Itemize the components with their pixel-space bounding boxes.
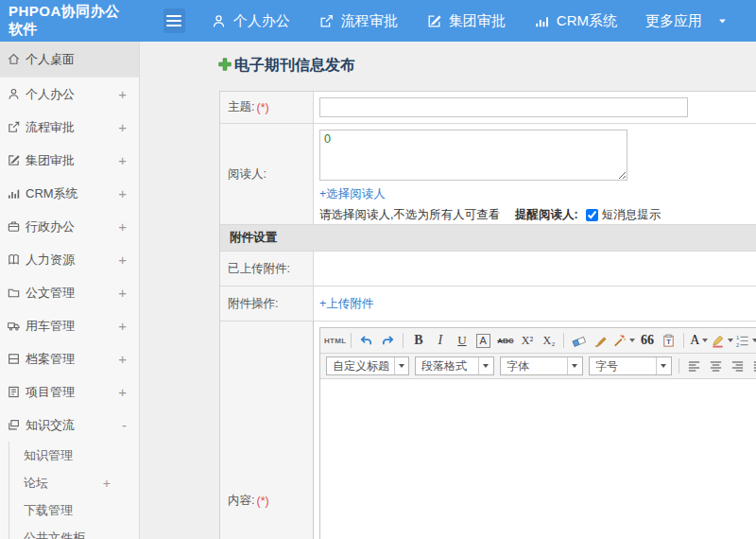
expand-plus-icon[interactable]: +	[118, 119, 127, 135]
home-icon	[7, 52, 22, 67]
paste-plain-button[interactable]: T	[659, 331, 679, 351]
font-color-button[interactable]: A	[689, 331, 709, 351]
sms-remind-checkbox[interactable]	[586, 209, 598, 221]
top-nav-item[interactable]: CRM系统	[534, 12, 617, 30]
button-glyph: I	[438, 333, 443, 348]
content-row: 内容: (*) HTMLBIUAABCX²X₂66TA12 自定义标题段落格式字…	[220, 322, 756, 539]
expand-plus-icon[interactable]: +	[118, 152, 127, 168]
caret-down-icon	[752, 339, 756, 342]
sidebar-item[interactable]: 个人桌面	[0, 42, 139, 78]
upload-attachment-link[interactable]: +上传附件	[319, 296, 373, 312]
align-right-button[interactable]	[728, 356, 747, 376]
format-brush-button[interactable]	[591, 331, 610, 351]
folder-icon	[7, 286, 22, 301]
sidebar-item[interactable]: 知识交流-	[0, 409, 139, 442]
top-nav-label: CRM系统	[557, 12, 617, 30]
briefcase-icon	[7, 219, 22, 235]
ordered-list-button[interactable]: 12	[735, 331, 756, 351]
top-nav-item[interactable]: 更多应用	[645, 12, 728, 30]
sidebar-item[interactable]: 人力资源+	[0, 243, 139, 276]
justify-icon	[752, 359, 756, 374]
bar-chart-icon	[534, 13, 550, 29]
blockquote-button[interactable]: 66	[637, 331, 657, 351]
sidebar-item[interactable]: 个人办公+	[0, 78, 139, 111]
layers-icon	[7, 418, 22, 433]
sidebar-item[interactable]: 用车管理+	[0, 309, 139, 342]
sidebar-item[interactable]: 流程审批+	[0, 111, 139, 144]
rich-text-editor: HTMLBIUAABCX²X₂66TA12 自定义标题段落格式字体字号	[319, 327, 756, 539]
editor-content-area[interactable]	[320, 379, 756, 539]
sidebar-item[interactable]: 档案管理+	[0, 342, 139, 375]
sidebar-item[interactable]: 项目管理+	[0, 375, 139, 409]
align-center-button[interactable]	[706, 356, 726, 376]
strikethrough-button[interactable]: ABC	[495, 331, 515, 351]
italic-button[interactable]: I	[430, 331, 450, 351]
user-icon	[211, 13, 227, 29]
expand-plus-icon[interactable]: +	[118, 318, 127, 334]
underline-button[interactable]: U	[452, 331, 472, 351]
caret-down-icon	[478, 357, 490, 374]
subscript-button[interactable]: X₂	[539, 331, 558, 351]
toolbar-separator	[351, 333, 352, 348]
attach-op-label: 附件操作:	[228, 296, 278, 312]
superscript-button[interactable]: X²	[517, 331, 537, 351]
highlight-color-button[interactable]	[711, 331, 733, 351]
sidebar-item-label: 知识管理	[24, 447, 73, 464]
paragraph-select[interactable]: 段落格式	[415, 356, 494, 375]
fontname-select[interactable]: 字体	[500, 356, 583, 375]
sidebar-subitem[interactable]: 公共文件柜	[9, 524, 139, 539]
top-nav-item[interactable]: 集团审批	[426, 12, 506, 30]
fontsize-select[interactable]: 字号	[589, 356, 672, 375]
sidebar-subitem[interactable]: 下载管理	[9, 496, 139, 524]
sidebar-item-label: 项目管理	[26, 384, 75, 401]
content-label: 内容:	[228, 493, 254, 509]
reader-textarea[interactable]: 0	[319, 130, 627, 181]
expand-plus-icon[interactable]: +	[118, 86, 127, 102]
font-box-button[interactable]: A	[473, 331, 493, 351]
expand-plus-icon[interactable]: +	[118, 351, 127, 367]
sidebar-subitem[interactable]: 论坛+	[9, 469, 139, 496]
caret-down-icon	[717, 16, 728, 26]
sidebar-subitem[interactable]: 知识管理	[9, 442, 139, 469]
sidebar-item-label: 档案管理	[26, 351, 75, 368]
select-reader-link[interactable]: +选择阅读人	[319, 186, 386, 202]
sidebar-item-label: 行政办公	[26, 218, 75, 235]
source-button[interactable]: HTML	[324, 331, 346, 351]
button-glyph: 66	[641, 333, 654, 348]
collapse-minus-icon[interactable]: -	[122, 417, 127, 433]
main-content: 电子期刊信息发布 主题: (*) 阅读人: 0 +选择阅读人 请选择阅读人,不	[141, 42, 756, 539]
bold-button[interactable]: B	[408, 331, 428, 351]
top-nav-item[interactable]: 个人办公	[211, 12, 290, 30]
expand-plus-icon[interactable]: +	[103, 476, 111, 491]
sidebar-item[interactable]: 集团审批+	[0, 144, 139, 177]
button-glyph: ABC	[497, 337, 513, 345]
toolbar-separator	[683, 333, 684, 348]
heading-select[interactable]: 自定义标题	[326, 356, 409, 375]
undo-button[interactable]	[356, 331, 376, 351]
subject-input[interactable]	[319, 97, 688, 117]
subject-label: 主题:	[228, 99, 254, 115]
expand-plus-icon[interactable]: +	[118, 384, 127, 400]
uploaded-value	[314, 252, 756, 286]
redo-button[interactable]	[378, 331, 398, 351]
menu-toggle-button[interactable]	[163, 9, 185, 33]
eraser-button[interactable]	[569, 331, 589, 351]
button-glyph: HTML	[324, 337, 346, 345]
quick-format-button[interactable]	[612, 331, 635, 351]
sidebar-item[interactable]: 行政办公+	[0, 210, 139, 243]
expand-plus-icon[interactable]: +	[118, 252, 127, 268]
caret-down-icon	[394, 357, 406, 374]
redo-icon	[381, 334, 395, 348]
editor-toolbar-row1: HTMLBIUAABCX²X₂66TA12	[320, 328, 756, 354]
justify-button[interactable]	[749, 356, 756, 376]
page-title: 电子期刊信息发布	[217, 56, 756, 76]
publish-form: 主题: (*) 阅读人: 0 +选择阅读人 请选择阅读人,不选为所有人可查看 提…	[219, 91, 756, 539]
sidebar-item[interactable]: CRM系统+	[0, 177, 139, 210]
expand-plus-icon[interactable]: +	[118, 185, 127, 201]
top-nav-item[interactable]: 流程审批	[318, 12, 398, 30]
sidebar-item-label: 论坛	[24, 475, 48, 492]
expand-plus-icon[interactable]: +	[118, 285, 127, 301]
align-left-button[interactable]	[684, 356, 704, 376]
sidebar-item[interactable]: 公文管理+	[0, 276, 139, 309]
expand-plus-icon[interactable]: +	[118, 218, 127, 235]
